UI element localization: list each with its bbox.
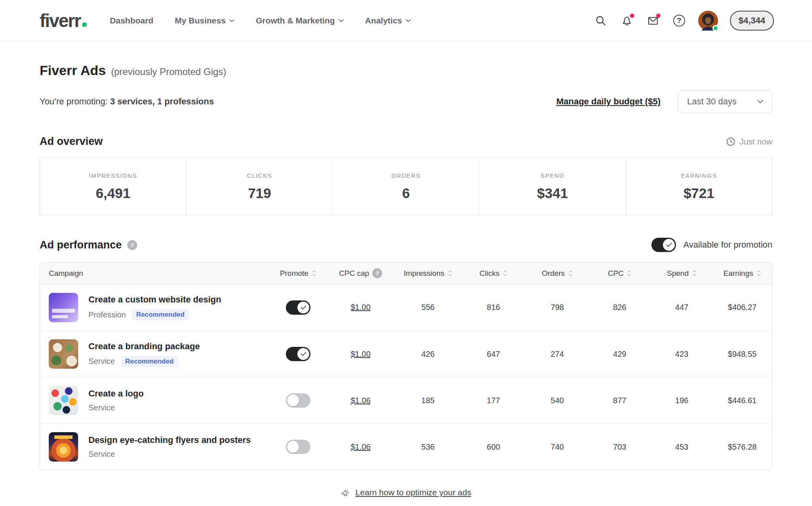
campaign-subtitle: ServiceRecommended xyxy=(88,356,200,367)
column-header-label: Campaign xyxy=(49,269,83,278)
stat-card-spend: SPEND$341 xyxy=(479,158,625,215)
column-header-label: Orders xyxy=(542,269,565,278)
messages-button[interactable] xyxy=(646,13,660,28)
cpc-cap-link[interactable]: $1.00 xyxy=(350,350,370,359)
ad-performance-header: Ad performance ? Available for promotion xyxy=(40,238,772,252)
column-header-promote[interactable]: Promote xyxy=(270,269,326,278)
campaign-type: Service xyxy=(88,357,115,366)
campaign-thumbnail[interactable] xyxy=(49,432,78,462)
fiverr-logo[interactable]: fiverr xyxy=(40,10,87,31)
campaign-type: Service xyxy=(88,403,115,412)
chevron-down-icon xyxy=(229,19,234,22)
help-button[interactable]: ? xyxy=(672,13,686,28)
sort-icon[interactable] xyxy=(312,269,316,277)
promote-toggle[interactable] xyxy=(286,440,310,454)
nav-item-label: Analytics xyxy=(365,16,402,25)
sort-icon[interactable] xyxy=(756,269,761,277)
column-header-campaign: Campaign xyxy=(40,269,270,278)
help-icon[interactable]: ? xyxy=(372,268,382,278)
column-header-clicks[interactable]: Clicks xyxy=(461,269,526,278)
campaign-title[interactable]: Create a logo xyxy=(88,389,144,399)
sort-icon[interactable] xyxy=(692,269,697,277)
campaign-thumbnail[interactable] xyxy=(49,339,78,369)
column-header-spend[interactable]: Spend xyxy=(651,269,712,278)
cpc-cell: 703 xyxy=(588,443,651,452)
campaign-info: Create a custom website designProfession… xyxy=(88,294,221,320)
optimize-ads-link[interactable]: Learn how to optimize your ads xyxy=(356,488,471,497)
question-glyph: ? xyxy=(375,270,379,277)
last-updated: Just now xyxy=(726,137,772,146)
help-icon[interactable]: ? xyxy=(127,240,137,250)
top-nav: fiverr DashboardMy BusinessGrowth & Mark… xyxy=(0,0,812,41)
cpc-cap-link[interactable]: $1.00 xyxy=(350,303,370,312)
campaign-type: Service xyxy=(88,450,115,459)
megaphone-icon xyxy=(341,488,351,497)
cpc-cap-link[interactable]: $1.06 xyxy=(350,443,370,452)
promote-toggle[interactable] xyxy=(286,393,310,408)
cpc-cell: 877 xyxy=(588,396,651,405)
primary-nav: DashboardMy BusinessGrowth & MarketingAn… xyxy=(110,16,411,25)
campaign-title[interactable]: Create a branding package xyxy=(88,341,200,352)
column-header-label: Clicks xyxy=(479,269,500,278)
manage-budget-link[interactable]: Manage daily budget ($5) xyxy=(556,96,661,107)
toggle-knob xyxy=(297,302,309,314)
column-header-label: Earnings xyxy=(724,269,753,278)
nav-item-dashboard[interactable]: Dashboard xyxy=(110,16,153,25)
cpc-cap-cell: $1.06 xyxy=(326,443,395,452)
column-header-earnings[interactable]: Earnings xyxy=(712,269,772,278)
cpc-cap-link[interactable]: $1.06 xyxy=(350,396,370,405)
campaign-thumbnail[interactable] xyxy=(49,293,78,322)
help-icon: ? xyxy=(673,15,685,27)
impressions-cell: 426 xyxy=(395,350,461,359)
toggle-knob xyxy=(297,348,309,360)
column-header-label: Promote xyxy=(280,269,308,278)
stat-value: 6 xyxy=(402,185,410,201)
promote-toggle[interactable] xyxy=(286,300,310,315)
promoting-text: You’re promoting: 3 services, 1 professi… xyxy=(40,96,214,107)
column-header-orders[interactable]: Orders xyxy=(526,269,588,278)
stat-card-orders: ORDERS6 xyxy=(333,158,479,215)
sort-icon[interactable] xyxy=(627,269,632,277)
avatar[interactable] xyxy=(698,11,718,31)
campaign-info: Design eye-catching flyers and postersSe… xyxy=(88,435,251,459)
campaign-title[interactable]: Create a custom website design xyxy=(88,294,221,305)
table-body: Create a custom website designProfession… xyxy=(40,284,772,470)
campaign-title[interactable]: Design eye-catching flyers and posters xyxy=(88,435,251,445)
impressions-cell: 185 xyxy=(395,396,461,405)
stat-card-clicks: CLICKS719 xyxy=(186,158,332,215)
promote-cell xyxy=(270,300,326,315)
table-row: Create a logoService$1.06185177540877196… xyxy=(40,377,772,423)
ad-overview-header: Ad overview Just now xyxy=(40,135,772,148)
nav-item-growth-marketing[interactable]: Growth & Marketing xyxy=(256,16,344,25)
toggle-knob xyxy=(663,239,675,251)
check-icon xyxy=(301,305,306,310)
clock-icon xyxy=(726,137,735,146)
column-header-impressions[interactable]: Impressions xyxy=(395,269,461,278)
impressions-cell: 536 xyxy=(395,443,461,452)
stat-value: $721 xyxy=(684,185,714,201)
page-title: Fiverr Ads (previously Promoted Gigs) xyxy=(40,63,772,78)
page-content: Fiverr Ads (previously Promoted Gigs) Yo… xyxy=(0,63,812,506)
stat-card-impressions: IMPRESSIONS6,491 xyxy=(40,158,186,215)
ad-overview-title: Ad overview xyxy=(40,135,103,148)
notifications-button[interactable] xyxy=(620,13,634,28)
nav-item-my-business[interactable]: My Business xyxy=(175,16,234,25)
balance-button[interactable]: $4,344 xyxy=(730,11,774,31)
column-header-cpc[interactable]: CPC xyxy=(588,269,651,278)
orders-cell: 274 xyxy=(526,350,588,359)
column-header-label: Spend xyxy=(667,269,689,278)
nav-item-analytics[interactable]: Analytics xyxy=(365,16,411,25)
earnings-cell: $576.28 xyxy=(712,443,772,452)
campaign-thumbnail[interactable] xyxy=(49,386,78,415)
search-icon xyxy=(595,15,606,26)
available-for-promotion-toggle[interactable] xyxy=(651,238,676,252)
page-subtitle: (previously Promoted Gigs) xyxy=(111,66,226,77)
date-range-select[interactable]: Last 30 days xyxy=(678,90,772,113)
promote-cell xyxy=(270,347,326,361)
promote-toggle[interactable] xyxy=(286,347,310,361)
sort-icon[interactable] xyxy=(503,269,508,277)
sort-icon[interactable] xyxy=(568,269,573,277)
sort-icon[interactable] xyxy=(448,269,452,277)
cpc-cell: 429 xyxy=(588,350,651,359)
search-button[interactable] xyxy=(594,13,608,28)
